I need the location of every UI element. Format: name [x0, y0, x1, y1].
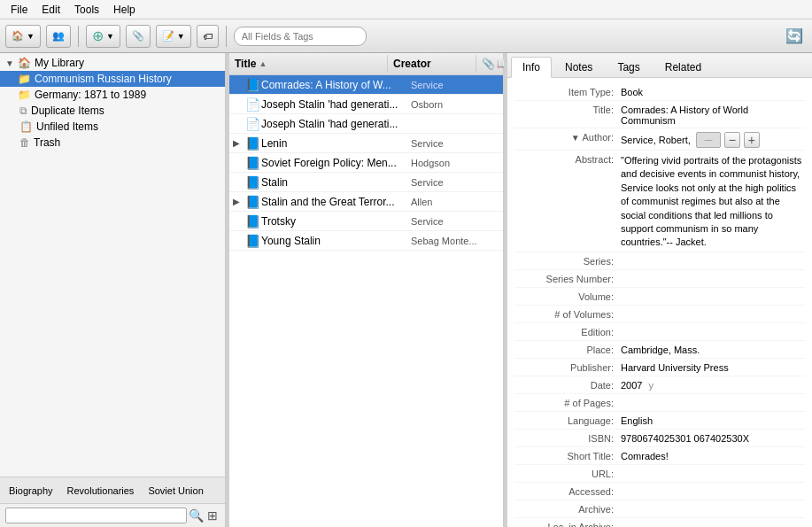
- tags-bar: Biography Revolutionaries Soviet Union: [0, 477, 225, 503]
- item-creator: Service: [411, 138, 499, 149]
- tab-related[interactable]: Related: [653, 57, 713, 77]
- abstract-value[interactable]: "Offering vivid portraits of the protago…: [621, 152, 805, 250]
- isbn-value[interactable]: 9780674025301 067402530X: [621, 431, 805, 444]
- tab-info-active[interactable]: Info: [511, 57, 552, 78]
- right-content: Item Type: Book Title: Comrades: A Histo…: [507, 78, 812, 527]
- list-item[interactable]: 📘 Soviet Foreign Policy: Men... Hodgson: [229, 153, 503, 173]
- place-value[interactable]: Cambridge, Mass.: [621, 343, 805, 355]
- sidebar-item-communism[interactable]: 📁 Communism Russian History: [0, 71, 225, 87]
- item-title: Trotsky: [261, 215, 411, 228]
- volume-value[interactable]: [621, 290, 805, 291]
- search-input[interactable]: [234, 27, 367, 46]
- sidebar-item-duplicate[interactable]: ⧉ Duplicate Items: [0, 103, 225, 119]
- add-tag-button[interactable]: 🏷: [197, 25, 219, 48]
- tag-soviet-union[interactable]: Soviet Union: [144, 484, 206, 497]
- sync-button[interactable]: 🔄: [782, 26, 807, 46]
- item-book-icon: 📘: [245, 175, 261, 190]
- accessed-value[interactable]: [621, 484, 805, 486]
- archive-value[interactable]: [621, 502, 805, 504]
- num-volumes-value[interactable]: [621, 307, 805, 309]
- publisher-value[interactable]: Harvard University Press: [621, 360, 805, 373]
- menu-help[interactable]: Help: [106, 2, 143, 18]
- info-row-pages: # of Pages:: [514, 394, 805, 412]
- list-item[interactable]: 📘 Trotsky Service: [229, 212, 503, 231]
- sidebar: ▼ 🏠 My Library 📁 Communism Russian Histo…: [0, 53, 226, 527]
- add-item-button[interactable]: ⊕ ▼: [86, 25, 120, 48]
- tab-tags[interactable]: Tags: [606, 57, 651, 77]
- url-label: URL:: [514, 467, 621, 479]
- list-item[interactable]: 📘 Young Stalin Sebag Monte...: [229, 231, 503, 251]
- list-item[interactable]: 📘 Comrades: A History of W... Service: [229, 75, 503, 95]
- sidebar-item-my-library[interactable]: ▼ 🏠 My Library: [0, 55, 225, 71]
- num-volumes-label: # of Volumes:: [514, 307, 621, 320]
- col-title-label: Title: [235, 58, 256, 70]
- date-value[interactable]: 2007 y: [621, 378, 805, 391]
- group-icon: 👥: [52, 30, 65, 42]
- chevron-down-icon-3: ▼: [177, 32, 185, 41]
- plus-circle-icon: ⊕: [92, 27, 104, 44]
- sidebar-item-germany[interactable]: 📁 Germany: 1871 to 1989: [0, 87, 225, 103]
- info-row-series-number: Series Number:: [514, 270, 805, 288]
- item-book-icon: 📘: [245, 156, 261, 170]
- col-creator-label: Creator: [393, 58, 431, 70]
- unfiled-icon: 📋: [19, 120, 33, 133]
- item-title: Young Stalin: [261, 235, 411, 247]
- list-item[interactable]: ▶ 📘 Lenin Service: [229, 134, 503, 153]
- list-header: Title ▲ Creator 📎 📖: [229, 53, 503, 75]
- tab-notes-tab[interactable]: Notes: [553, 57, 604, 77]
- item-creator: Sebag Monte...: [411, 236, 499, 246]
- list-item[interactable]: 📄 Joseph Stalin 'had generati... Osborn: [229, 95, 503, 114]
- middle-panel: Title ▲ Creator 📎 📖 📘 Comrades: A Histor…: [229, 53, 504, 527]
- col-header-title[interactable]: Title ▲: [229, 55, 388, 73]
- author-remove-btn[interactable]: −: [724, 132, 740, 148]
- chevron-down-icon-library: ▼: [5, 58, 14, 68]
- item-type-label: Item Type:: [514, 85, 621, 97]
- item-creator: Service: [411, 177, 499, 188]
- url-value[interactable]: [621, 467, 805, 469]
- series-value[interactable]: [621, 254, 805, 256]
- expand-author-icon[interactable]: ▼: [571, 133, 580, 143]
- pages-value[interactable]: [621, 396, 805, 398]
- list-item[interactable]: ▶ 📘 Stalin and the Great Terror... Allen: [229, 192, 503, 212]
- new-library-button[interactable]: 🏠 ▼: [5, 25, 41, 48]
- menu-edit[interactable]: Edit: [35, 2, 67, 18]
- sidebar-item-label-unfiled: Unfiled Items: [36, 120, 98, 133]
- sort-asc-icon: ▲: [259, 59, 267, 68]
- chevron-down-icon: ▼: [27, 32, 35, 41]
- author-value[interactable]: Service, Robert, — − +: [621, 130, 805, 148]
- sidebar-search-button[interactable]: 🔍: [187, 508, 205, 523]
- sidebar-search-input[interactable]: [5, 508, 187, 523]
- separator-1: [78, 26, 79, 47]
- loc-archive-value[interactable]: [621, 520, 805, 522]
- author-add-btn[interactable]: +: [744, 132, 760, 148]
- author-toggle-btn[interactable]: —: [696, 132, 721, 148]
- menu-tools[interactable]: Tools: [67, 2, 106, 18]
- item-book-icon: 📘: [245, 136, 261, 151]
- list-item[interactable]: 📘 Stalin Service: [229, 173, 503, 192]
- menu-file[interactable]: File: [4, 2, 35, 18]
- tag-biography[interactable]: Biography: [5, 484, 57, 497]
- edition-value[interactable]: [621, 325, 805, 327]
- list-item[interactable]: 📄 Joseph Stalin 'had generati...: [229, 114, 503, 134]
- main-area: ▼ 🏠 My Library 📁 Communism Russian Histo…: [0, 53, 812, 527]
- info-row-title: Title: Comrades: A History of World Comm…: [514, 101, 805, 128]
- volume-label: Volume:: [514, 290, 621, 302]
- sidebar-item-trash[interactable]: 🗑 Trash: [0, 135, 225, 151]
- new-group-button[interactable]: 👥: [46, 25, 71, 48]
- info-row-short-title: Short Title: Comrades!: [514, 447, 805, 465]
- add-note-button[interactable]: 📝 ▼: [156, 25, 191, 48]
- short-title-value[interactable]: Comrades!: [621, 449, 805, 461]
- sidebar-item-unfiled[interactable]: 📋 Unfiled Items: [0, 119, 225, 135]
- add-attachment-button[interactable]: 📎: [126, 25, 151, 48]
- info-row-num-volumes: # of Volumes:: [514, 306, 805, 323]
- title-label: Title:: [514, 103, 621, 115]
- item-type-value[interactable]: Book: [621, 85, 805, 97]
- col-header-creator[interactable]: Creator: [388, 55, 476, 73]
- sidebar-grid-button[interactable]: ⊞: [205, 508, 220, 523]
- loc-archive-label: Loc. in Archive:: [514, 520, 621, 527]
- series-number-value[interactable]: [621, 272, 805, 274]
- item-pdf-icon: 📄: [245, 97, 261, 112]
- tag-revolutionaries[interactable]: Revolutionaries: [64, 484, 138, 497]
- language-value[interactable]: English: [621, 414, 805, 426]
- title-value[interactable]: Comrades: A History of World Communism: [621, 103, 805, 126]
